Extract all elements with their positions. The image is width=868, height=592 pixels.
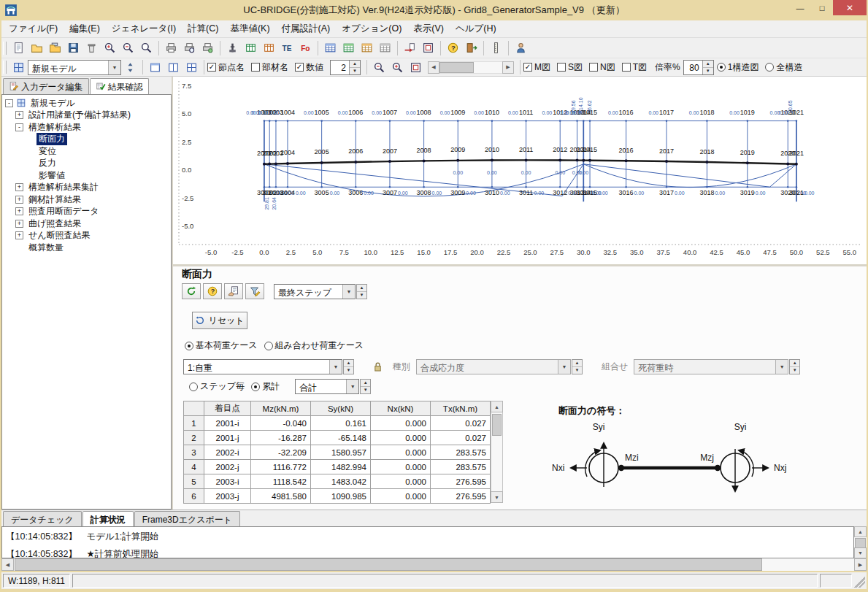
tab-result-view[interactable]: 結果確認 xyxy=(90,78,149,94)
filter-edit-button[interactable] xyxy=(245,283,264,299)
tree-item-check-section-data[interactable]: +照査用断面データ xyxy=(4,206,171,218)
reset-button[interactable]: リセット xyxy=(192,312,247,329)
spin-up-icon[interactable]: ▲ xyxy=(361,380,370,387)
radio-per-step[interactable]: ステップ毎 xyxy=(189,380,245,393)
menu-accessory[interactable]: 付属設計(A) xyxy=(276,20,337,38)
scrollbar-thumb[interactable] xyxy=(492,414,502,436)
total-spinner[interactable]: ▲ ▼ xyxy=(360,379,371,394)
chevron-down-icon[interactable]: ▼ xyxy=(342,285,355,299)
maximize-button[interactable]: □ xyxy=(811,0,833,15)
menu-file[interactable]: ファイル(F) xyxy=(3,20,64,38)
tree-item-steel-results[interactable]: +鋼材計算結果 xyxy=(4,193,171,206)
expand-icon[interactable]: + xyxy=(15,111,23,119)
exit-button[interactable] xyxy=(462,39,480,56)
view-scrollbar[interactable]: ◀▶ xyxy=(428,61,514,74)
expand-icon[interactable]: + xyxy=(15,220,23,228)
spin-down-icon[interactable]: ▼ xyxy=(350,68,360,74)
te-export-button[interactable]: TE xyxy=(278,39,296,56)
spin-down-icon[interactable]: ▼ xyxy=(344,367,353,374)
delete-button[interactable] xyxy=(82,39,101,56)
tree-item-quantity-estimate[interactable]: 概算数量 xyxy=(4,242,171,254)
minimize-button[interactable]: — xyxy=(789,0,811,15)
menu-option[interactable]: オプション(O) xyxy=(336,20,407,38)
radio-basic-load-case[interactable]: 基本荷重ケース xyxy=(185,339,258,352)
expand-icon[interactable]: + xyxy=(15,196,23,204)
table-row[interactable]: 62003-j4981.5801090.9850.000276.595 xyxy=(184,489,491,504)
checkbox-node-name[interactable]: ✓節点名 xyxy=(207,61,245,74)
close-button[interactable]: ✕ xyxy=(833,0,867,15)
load-case-combo[interactable]: 1:自重 ▼ xyxy=(183,359,342,374)
tree-item-displacement[interactable]: 変位 xyxy=(4,145,171,158)
step-combo[interactable]: 最終ステップ▼ xyxy=(274,284,356,299)
export-button[interactable] xyxy=(401,39,419,56)
scale-spinner-buttons[interactable]: ▲▼ xyxy=(702,61,713,74)
menu-standard[interactable]: 基準値(K) xyxy=(224,20,275,38)
digits-spinner-buttons[interactable]: ▲▼ xyxy=(349,61,360,74)
open-file-button[interactable] xyxy=(28,39,46,56)
scroll-left-button[interactable]: ◀ xyxy=(428,61,439,74)
print-preview-button[interactable] xyxy=(180,39,199,56)
fit-view-button[interactable] xyxy=(407,59,425,76)
scroll-up-button[interactable]: ▲ xyxy=(854,526,867,537)
panel-help-button[interactable]: ? xyxy=(203,283,222,299)
zoom-in-view-button[interactable] xyxy=(388,59,407,76)
table-vertical-scrollbar[interactable]: ▲ ▼ xyxy=(491,401,503,503)
checkbox-member-name[interactable]: 部材名 xyxy=(251,61,288,74)
ruler-button[interactable] xyxy=(487,39,505,56)
spin-up-icon[interactable]: ▲ xyxy=(350,61,360,68)
column-header[interactable]: Mz(kN.m) xyxy=(251,401,311,416)
column-header[interactable]: Sy(kN) xyxy=(311,401,371,416)
tree-item-section-force[interactable]: 断面力 xyxy=(4,134,171,146)
tab-frame3d-export[interactable]: Frame3Dエクスポート xyxy=(134,511,240,526)
collapse-icon[interactable]: - xyxy=(15,123,23,131)
view-scrollbar-track[interactable] xyxy=(439,61,502,74)
tree-item-model-root[interactable]: -新規モデル xyxy=(4,97,171,109)
scrollbar-track[interactable] xyxy=(854,537,867,547)
column-header[interactable]: Nx(kN) xyxy=(371,401,431,416)
chevron-down-icon[interactable]: ▼ xyxy=(346,380,358,393)
radio-combined-load-case[interactable]: 組み合わせ荷重ケース xyxy=(264,339,364,352)
expand-icon[interactable]: + xyxy=(15,231,23,239)
view-scrollbar-thumb[interactable] xyxy=(439,62,474,73)
checkbox-values[interactable]: ✓数値 xyxy=(295,61,323,74)
print-button[interactable] xyxy=(162,39,180,56)
chevron-down-icon[interactable]: ▼ xyxy=(329,360,342,374)
load-grid-button[interactable] xyxy=(358,39,376,56)
pier-design-button[interactable] xyxy=(223,39,242,56)
menu-help[interactable]: ヘルプ(H) xyxy=(450,20,502,38)
step-spinner[interactable]: ▲▼ xyxy=(356,284,367,299)
new-file-button[interactable] xyxy=(9,39,28,56)
checkbox-m-diagram[interactable]: ✓M図 xyxy=(523,61,550,74)
redraw-button[interactable] xyxy=(182,283,201,299)
frame-grid-button[interactable] xyxy=(339,39,358,56)
spin-up-icon[interactable]: ▲ xyxy=(357,285,366,292)
log-horizontal-scrollbar[interactable]: ◀ ▶ xyxy=(1,558,867,571)
model-list-button[interactable] xyxy=(9,59,28,76)
table-row[interactable]: 42002-j1116.7721482.9940.000283.575 xyxy=(184,460,491,474)
spin-down-icon[interactable]: ▼ xyxy=(361,387,370,393)
zoom-window-button[interactable] xyxy=(137,39,155,56)
tree-item-shear-check[interactable]: +せん断照査結果 xyxy=(4,230,171,242)
scroll-left-button[interactable]: ◀ xyxy=(1,558,14,571)
radio-all-structure[interactable]: 全構造 xyxy=(765,61,802,74)
scrollbar-thumb[interactable] xyxy=(15,558,762,571)
scale-spinner[interactable]: 80▲▼ xyxy=(683,60,714,75)
spin-down-icon[interactable]: ▼ xyxy=(703,68,713,74)
scroll-right-button[interactable]: ▶ xyxy=(502,61,514,74)
table-row[interactable]: 12001-i-0.0400.1610.0000.027 xyxy=(184,416,491,431)
tree-item-analysis-summary[interactable]: +構造解析結果集計 xyxy=(4,182,171,194)
digits-spinner[interactable]: 2▲▼ xyxy=(330,60,361,75)
load-case-spinner[interactable]: ▲ ▼ xyxy=(343,359,354,374)
view-quad-button[interactable] xyxy=(183,59,201,76)
steel-table-button[interactable] xyxy=(242,39,260,56)
result-grid-button[interactable] xyxy=(376,39,394,56)
model-step-button[interactable] xyxy=(121,59,139,76)
print-output-button[interactable] xyxy=(224,283,243,299)
spin-up-icon[interactable]: ▲ xyxy=(703,61,713,68)
scrollbar-thumb[interactable] xyxy=(855,538,866,548)
scrollbar-track[interactable] xyxy=(14,558,854,571)
table-row[interactable]: 52003-i1118.5421483.0420.000276.595 xyxy=(184,474,491,489)
chevron-down-icon[interactable]: ▼ xyxy=(108,61,120,74)
menu-calc[interactable]: 計算(C) xyxy=(182,20,224,38)
scroll-down-button[interactable]: ▼ xyxy=(491,491,503,503)
